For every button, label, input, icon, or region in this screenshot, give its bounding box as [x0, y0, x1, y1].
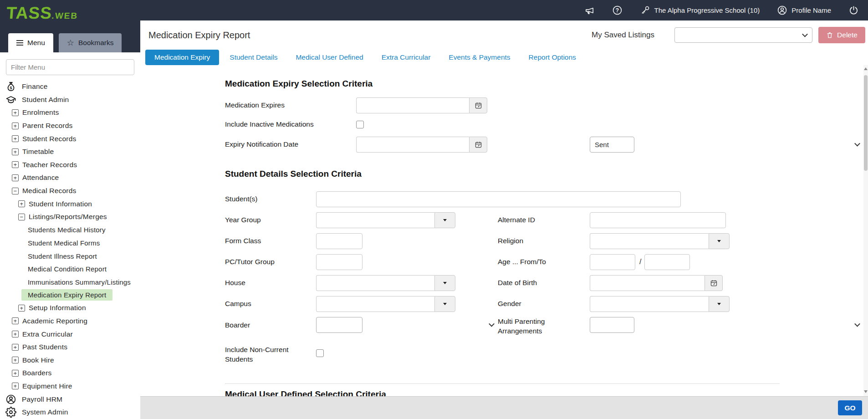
vertical-scrollbar[interactable]: [863, 65, 868, 396]
sidebar-item-attendance[interactable]: +Attendance: [0, 171, 140, 184]
expand-plus-icon[interactable]: +: [12, 174, 19, 181]
expand-plus-icon[interactable]: +: [12, 344, 19, 351]
tab-medical-user-defined[interactable]: Medical User Defined: [288, 50, 371, 65]
tab-medication-expiry[interactable]: Medication Expiry: [145, 50, 219, 65]
sidebar-item-boarders[interactable]: +Boarders: [0, 367, 140, 380]
expiry-notification-input[interactable]: [356, 137, 469, 153]
year-group-input[interactable]: [316, 212, 434, 228]
dropdown-arrow-icon[interactable]: [709, 233, 730, 249]
house-label: House: [225, 278, 316, 288]
sidebar-item-past-students[interactable]: +Past Students: [0, 341, 140, 354]
campus-input[interactable]: [316, 296, 434, 312]
calendar-icon[interactable]: [469, 137, 487, 153]
page-header: Medication Expiry Report My Saved Listin…: [140, 20, 868, 50]
sidebar-item-medication-expiry-report[interactable]: Medication Expiry Report: [0, 289, 140, 302]
sidebar-item-medical-records[interactable]: −Medical Records: [0, 184, 140, 198]
sidebar-item-student-records[interactable]: +Student Records: [0, 132, 140, 145]
person-icon: [5, 394, 16, 405]
sidebar-item-extra-curricular[interactable]: +Extra Curricular: [0, 327, 140, 341]
sidebar-item-medical-condition-report[interactable]: Medical Condition Report: [0, 262, 140, 276]
sidebar-item-timetable[interactable]: +Timetable: [0, 145, 140, 158]
include-non-current-checkbox[interactable]: [316, 349, 324, 357]
dropdown-arrow-icon[interactable]: [434, 275, 455, 291]
expand-plus-icon[interactable]: +: [12, 357, 19, 363]
sidebar-item-enrolments[interactable]: +Enrolments: [0, 106, 140, 119]
expand-plus-icon[interactable]: +: [12, 109, 19, 116]
scroll-up-icon[interactable]: [864, 67, 868, 70]
form-class-input[interactable]: [316, 233, 363, 249]
sidebar-item-setup-information[interactable]: +Setup Information: [0, 301, 140, 315]
expand-plus-icon[interactable]: +: [12, 331, 19, 337]
alternate-id-input[interactable]: [590, 212, 726, 228]
medication-expires-input[interactable]: [356, 97, 469, 113]
sent-status-select[interactable]: Sent: [590, 137, 634, 153]
expand-plus-icon[interactable]: +: [18, 305, 25, 312]
expand-plus-icon[interactable]: +: [12, 123, 19, 129]
boarder-select[interactable]: [316, 317, 363, 333]
date-of-birth-input[interactable]: [590, 275, 705, 291]
sidebar-item-students-medical-history[interactable]: Students Medical History: [0, 224, 140, 237]
sidebar-item-label: Parent Records: [22, 122, 73, 130]
sidebar-item-label: Academic Reporting: [22, 317, 87, 325]
sidebar-item-student-illness-report[interactable]: Student Illness Report: [0, 250, 140, 263]
expand-plus-icon[interactable]: +: [12, 161, 19, 168]
sidebar-item-system-admin[interactable]: System Admin: [0, 406, 140, 419]
menu-tab[interactable]: Menu: [8, 33, 53, 52]
go-button[interactable]: GO: [838, 400, 862, 415]
bookmarks-tab[interactable]: ☆ Bookmarks: [59, 33, 122, 52]
scroll-down-icon[interactable]: [864, 390, 868, 393]
pc-tutor-group-input[interactable]: [316, 254, 363, 270]
dropdown-arrow-icon[interactable]: [709, 296, 730, 312]
expand-plus-icon[interactable]: +: [12, 370, 19, 377]
profile-menu[interactable]: Profile Name: [777, 5, 831, 15]
expand-minus-icon[interactable]: −: [18, 214, 25, 220]
multi-parenting-select[interactable]: [590, 317, 634, 333]
calendar-icon[interactable]: [469, 97, 487, 113]
dropdown-arrow-icon[interactable]: [434, 296, 455, 312]
house-input[interactable]: [316, 275, 434, 291]
sidebar-item-book-hire[interactable]: +Book Hire: [0, 353, 140, 367]
sidebar-item-parent-records[interactable]: +Parent Records: [0, 119, 140, 133]
expand-plus-icon[interactable]: +: [12, 148, 19, 155]
sidebar-item-student-medical-forms[interactable]: Student Medical Forms: [0, 236, 140, 250]
sidebar-item-payroll-hrm[interactable]: Payroll HRM: [0, 393, 140, 406]
sidebar-item-academic-reporting[interactable]: +Academic Reporting: [0, 315, 140, 328]
expand-minus-icon[interactable]: −: [12, 188, 19, 194]
tass-logo[interactable]: TASS.WEB: [6, 4, 79, 23]
gender-input[interactable]: [590, 296, 709, 312]
sidebar-item-finance[interactable]: $Finance: [0, 80, 140, 93]
calendar-icon[interactable]: [705, 275, 723, 291]
include-inactive-checkbox[interactable]: [356, 121, 364, 128]
expand-plus-icon[interactable]: +: [18, 200, 25, 207]
school-selector[interactable]: The Alpha Progressive School (10): [640, 5, 760, 15]
student-section-title: Student Details Selection Criteria: [225, 169, 863, 179]
religion-input[interactable]: [590, 233, 709, 249]
dropdown-arrow-icon[interactable]: [434, 212, 455, 228]
tab-student-details[interactable]: Student Details: [222, 50, 285, 65]
tab-report-options[interactable]: Report Options: [521, 50, 584, 65]
tab-extra-curricular[interactable]: Extra Curricular: [374, 50, 439, 65]
age-from-input[interactable]: [590, 254, 635, 270]
age-to-input[interactable]: [644, 254, 690, 270]
students-input[interactable]: [316, 191, 681, 207]
sidebar-item-label: Timetable: [22, 148, 54, 156]
sidebar-item-teacher-records[interactable]: +Teacher Records: [0, 158, 140, 172]
sidebar-item-equipment-hire[interactable]: +Equipment Hire: [0, 380, 140, 393]
pc-tutor-group-label: PC/Tutor Group: [225, 257, 316, 267]
sidebar-item-student-information[interactable]: +Student Information: [0, 197, 140, 210]
sidebar-item-student-admin[interactable]: Student Admin: [0, 93, 140, 107]
announcements-button[interactable]: [584, 5, 595, 15]
logout-button[interactable]: [848, 5, 859, 15]
filter-menu-input[interactable]: [6, 59, 134, 75]
expand-plus-icon[interactable]: +: [12, 135, 19, 142]
help-button[interactable]: ?: [612, 5, 623, 15]
sidebar-item-immunisations-summary-listings[interactable]: Immunisations Summary/Listings: [0, 276, 140, 289]
expand-plus-icon[interactable]: +: [12, 383, 19, 389]
tab-events-payments[interactable]: Events & Payments: [441, 50, 518, 65]
sidebar-item-label: Student Medical Forms: [21, 237, 106, 249]
expand-plus-icon[interactable]: +: [12, 317, 19, 324]
saved-listings-select[interactable]: [674, 27, 812, 43]
delete-button[interactable]: Delete: [818, 27, 865, 43]
sidebar-item-listings-reports-merges[interactable]: −Listings/Reports/Merges: [0, 210, 140, 224]
scrollbar-thumb[interactable]: [864, 75, 868, 171]
